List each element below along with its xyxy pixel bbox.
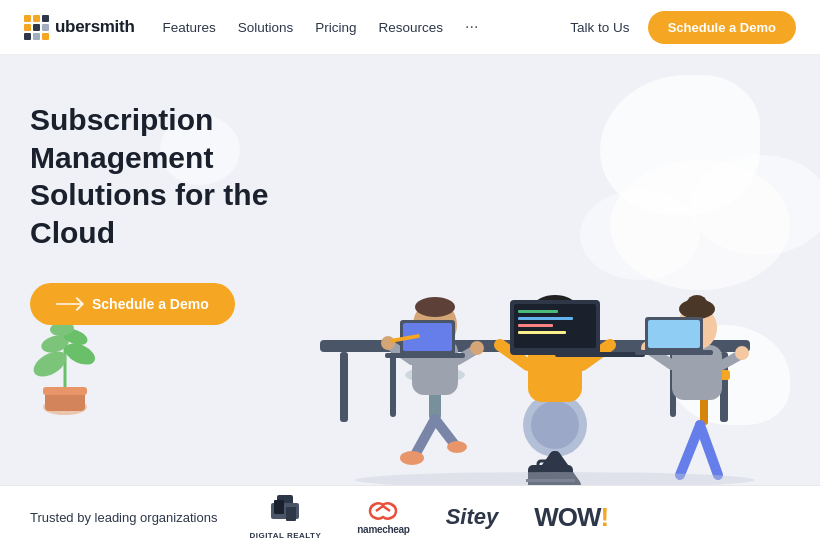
svg-line-58 <box>700 425 718 475</box>
svg-rect-51 <box>555 352 645 357</box>
namecheap-label: namecheap <box>357 524 409 535</box>
brand-namecheap: namecheap <box>357 499 409 535</box>
digital-realty-label: DIGITAL REALTY <box>249 531 321 540</box>
hero-left: Subscription Management Solutions for th… <box>30 101 310 325</box>
nav-actions: Talk to Us Schedule a Demo <box>570 11 796 44</box>
nav-resources[interactable]: Resources <box>379 20 444 35</box>
sitey-label: Sitey <box>446 504 499 530</box>
svg-point-11 <box>580 190 700 280</box>
svg-rect-74 <box>286 507 296 521</box>
svg-rect-73 <box>274 500 284 514</box>
brand-wow: WOW! <box>534 502 608 533</box>
brand-sitey: Sitey <box>446 504 499 530</box>
talk-to-us-link[interactable]: Talk to Us <box>570 20 629 35</box>
svg-point-23 <box>447 441 467 453</box>
wow-label: WOW! <box>534 502 608 533</box>
svg-rect-69 <box>635 350 713 355</box>
nav-solutions[interactable]: Solutions <box>238 20 294 35</box>
svg-rect-15 <box>390 352 396 417</box>
trusted-text: Trusted by leading organizations <box>30 510 217 525</box>
schedule-demo-button-nav[interactable]: Schedule a Demo <box>648 11 796 44</box>
svg-point-26 <box>415 297 455 317</box>
brand-logos: DIGITAL REALTY namecheap Sitey WOW! <box>249 495 790 540</box>
demo-button-label: Schedule a Demo <box>92 296 209 312</box>
svg-point-70 <box>355 472 755 485</box>
svg-rect-13 <box>340 352 348 422</box>
more-menu-icon[interactable]: ··· <box>465 18 478 36</box>
hero-illustration <box>260 145 820 485</box>
footer-strip: Trusted by leading organizations DIGITAL… <box>0 485 820 548</box>
svg-rect-68 <box>648 320 700 348</box>
schedule-demo-button-hero[interactable]: Schedule a Demo <box>30 283 235 325</box>
logo-text: ubersmith <box>55 17 134 37</box>
brand-digital-realty: DIGITAL REALTY <box>249 495 321 540</box>
wow-exclaim: ! <box>601 502 609 532</box>
namecheap-icon <box>366 499 400 523</box>
svg-point-22 <box>400 451 424 465</box>
svg-rect-34 <box>385 353 465 358</box>
svg-point-37 <box>531 401 579 449</box>
digital-realty-icon <box>271 495 299 529</box>
nav-links: Features Solutions Pricing Resources ··· <box>162 18 570 36</box>
logo-icon <box>24 15 49 40</box>
hero-title: Subscription Management Solutions for th… <box>30 101 310 251</box>
svg-line-57 <box>680 425 700 475</box>
nav-features[interactable]: Features <box>162 20 215 35</box>
hero-section: Subscription Management Solutions for th… <box>0 55 820 485</box>
svg-point-62 <box>687 295 707 311</box>
svg-rect-2 <box>43 387 87 395</box>
nav-pricing[interactable]: Pricing <box>315 20 356 35</box>
arrow-icon <box>56 303 82 305</box>
svg-rect-49 <box>518 324 553 327</box>
svg-rect-48 <box>518 317 573 320</box>
svg-point-30 <box>381 336 395 350</box>
svg-line-20 <box>415 419 435 455</box>
svg-line-21 <box>435 419 455 445</box>
navbar: ubersmith Features Solutions Pricing Res… <box>0 0 820 55</box>
svg-rect-47 <box>518 310 558 313</box>
logo[interactable]: ubersmith <box>24 15 134 40</box>
svg-point-31 <box>470 341 484 355</box>
svg-rect-50 <box>518 331 566 334</box>
svg-point-66 <box>735 346 749 360</box>
